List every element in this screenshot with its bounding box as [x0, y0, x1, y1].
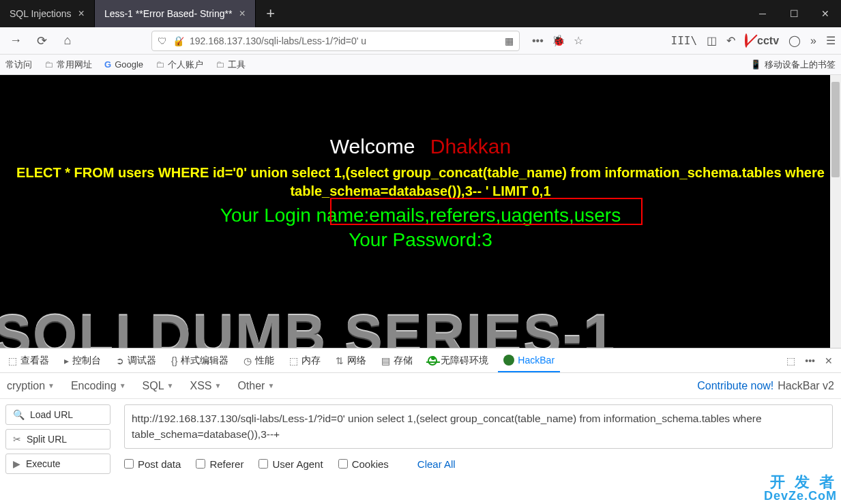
devtools-tab-style[interactable]: {}样式编辑器 [166, 349, 234, 372]
sidebar-icon[interactable]: ◫ [707, 34, 717, 47]
welcome-heading: Welcome Dhakkan [0, 135, 841, 158]
check-user-agent-input[interactable] [259, 459, 268, 469]
devtools-tab-debugger[interactable]: ➲调试器 [110, 349, 162, 372]
check-cookies[interactable]: Cookies [338, 458, 389, 470]
check-user-agent[interactable]: User Agent [259, 458, 323, 470]
devtools-tab-accessibility[interactable]: 无障碍环境 [422, 349, 494, 372]
hackbar-menu-xss[interactable]: XSS▼ [190, 380, 221, 392]
page-actions: ••• 🐞 ☆ [532, 34, 583, 47]
hackbar-body: 🔍Load URL ✂Split URL ▶Execute Post data … [0, 399, 841, 504]
execute-button[interactable]: ▶Execute [5, 454, 110, 474]
url-input[interactable] [190, 35, 499, 46]
toolbar-right: III\ ◫ ↶ cctv ◯ » ☰ [671, 34, 836, 47]
hackbar-menu-cryption[interactable]: cryption▼ [7, 380, 55, 392]
style-icon: {} [171, 355, 177, 366]
address-bar: → ⟳ ⌂ 🛡 🔒̸ ▦ ••• 🐞 ☆ III\ ◫ ↶ cctv ◯ » ☰ [0, 27, 841, 55]
hackbar-menu-encoding[interactable]: Encoding▼ [71, 380, 126, 392]
split-icon: ✂ [13, 434, 21, 445]
bookmark-folder-common[interactable]: 🗀常用网址 [44, 59, 92, 71]
devtools-tab-hackbar[interactable]: HackBar [498, 349, 560, 372]
folder-icon: 🗀 [216, 59, 224, 70]
devtools-tab-storage[interactable]: ▤存储 [376, 349, 418, 372]
scrollbar-thumb[interactable] [831, 82, 840, 177]
close-button[interactable]: ✕ [810, 0, 841, 27]
hackbar-icon [503, 355, 514, 366]
undo-icon[interactable]: ↶ [726, 34, 735, 47]
cctv-icon[interactable]: cctv [757, 35, 779, 47]
chevron-down-icon: ▼ [119, 382, 126, 389]
close-icon[interactable]: × [78, 8, 85, 20]
bookmark-folder-account[interactable]: 🗀个人账户 [156, 59, 203, 71]
account-icon[interactable]: ◯ [788, 34, 801, 47]
highlight-box [330, 198, 643, 225]
hackbar-url-input[interactable] [124, 404, 833, 449]
devtools-dock-icon[interactable]: ⬚ [786, 355, 795, 366]
forward-button[interactable]: → [5, 31, 26, 51]
overflow-icon[interactable]: » [810, 35, 816, 47]
hackbar-main: Post data Referer User Agent Cookies Cle… [116, 399, 841, 504]
inspector-icon: ⬚ [8, 355, 17, 366]
tab-sql-injections[interactable]: SQL Injections × [0, 0, 95, 27]
library-icon[interactable]: III\ [671, 34, 698, 47]
devtools-more-icon[interactable]: ••• [805, 355, 815, 366]
tab-title: Less-1 **Error Based- String** [104, 8, 233, 19]
tab-less-1[interactable]: Less-1 **Error Based- String** × [95, 0, 256, 27]
load-icon: 🔍 [13, 409, 25, 420]
check-referer[interactable]: Referer [196, 458, 244, 470]
check-referer-input[interactable] [196, 459, 205, 469]
new-tab-button[interactable]: + [259, 1, 283, 26]
noscript-icon[interactable] [745, 35, 748, 47]
hackbar-version: HackBar v2 [778, 380, 834, 391]
reload-button[interactable]: ⟳ [31, 31, 52, 51]
password-line: Your Password:3 [0, 229, 841, 251]
load-url-button[interactable]: 🔍Load URL [5, 404, 110, 425]
devtools-right-controls: ⬚ ••• ✕ [786, 355, 838, 366]
bookmark-folder-tools[interactable]: 🗀工具 [216, 59, 246, 71]
devtools-tabs: ⬚查看器 ▸控制台 ➲调试器 {}样式编辑器 ◷性能 ⬚内存 ⇅网络 ▤存储 无… [0, 349, 841, 373]
home-button[interactable]: ⌂ [57, 31, 78, 51]
bookmarks-bar: 常访问 🗀常用网址 GGoogle 🗀个人账户 🗀工具 📱移动设备上的书签 [0, 55, 841, 75]
split-url-button[interactable]: ✂Split URL [5, 429, 110, 449]
window-controls: ─ ☐ ✕ [747, 0, 841, 27]
more-icon[interactable]: ••• [532, 35, 544, 47]
hackbar-contribute-link[interactable]: Contribute now!HackBar v2 [697, 380, 834, 392]
content-scrollbar[interactable] [830, 75, 841, 348]
bug-icon[interactable]: 🐞 [552, 34, 565, 47]
bookmark-star-icon[interactable]: ☆ [574, 34, 583, 47]
mobile-icon: 📱 [750, 59, 761, 70]
console-icon: ▸ [64, 355, 69, 366]
execute-icon: ▶ [13, 458, 20, 469]
close-icon[interactable]: × [239, 8, 245, 20]
bookmark-mobile[interactable]: 📱移动设备上的书签 [750, 59, 836, 71]
tab-title: SQL Injections [10, 8, 72, 19]
hackbar-checks: Post data Referer User Agent Cookies Cle… [124, 458, 833, 470]
devtools-close-icon[interactable]: ✕ [825, 355, 833, 366]
url-box[interactable]: 🛡 🔒̸ ▦ [151, 31, 520, 51]
devtools-tab-inspector[interactable]: ⬚查看器 [3, 349, 55, 372]
devtools-tab-console[interactable]: ▸控制台 [59, 349, 106, 372]
bookmark-frequent[interactable]: 常访问 [5, 59, 32, 71]
bookmark-google[interactable]: GGoogle [104, 59, 143, 70]
folder-icon: 🗀 [44, 59, 53, 70]
insecure-icon[interactable]: 🔒̸ [173, 35, 184, 46]
maximize-button[interactable]: ☐ [778, 0, 810, 27]
devtools-tab-performance[interactable]: ◷性能 [238, 349, 280, 372]
qr-icon[interactable]: ▦ [505, 35, 514, 46]
hackbar-menu-other[interactable]: Other▼ [237, 380, 274, 392]
devtools-tab-network[interactable]: ⇅网络 [330, 349, 372, 372]
check-post-data-input[interactable] [124, 459, 134, 469]
devtools-tab-memory[interactable]: ⬚内存 [284, 349, 326, 372]
chevron-down-icon: ▼ [167, 382, 174, 389]
menu-icon[interactable]: ☰ [826, 34, 836, 47]
hackbar-menu-sql[interactable]: SQL▼ [143, 380, 174, 392]
hackbar-sidebar: 🔍Load URL ✂Split URL ▶Execute [0, 399, 116, 504]
minimize-button[interactable]: ─ [747, 0, 778, 27]
clear-all-link[interactable]: Clear All [417, 458, 456, 470]
chevron-down-icon: ▼ [48, 382, 55, 389]
check-post-data[interactable]: Post data [124, 458, 181, 470]
memory-icon: ⬚ [289, 355, 298, 366]
hackbar-toolbar: cryption▼ Encoding▼ SQL▼ XSS▼ Other▼ Con… [0, 373, 841, 399]
series-banner: SQLI DUMB SERIES-1 [0, 302, 841, 348]
shield-icon[interactable]: 🛡 [158, 35, 167, 46]
check-cookies-input[interactable] [338, 459, 348, 469]
